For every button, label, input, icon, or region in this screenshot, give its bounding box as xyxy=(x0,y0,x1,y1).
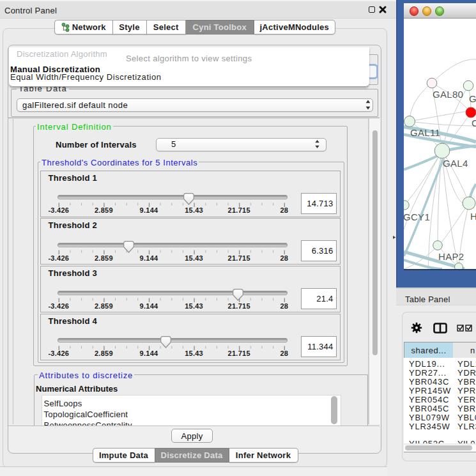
svg-text:G.: G. xyxy=(469,93,476,104)
svg-text:GAL11: GAL11 xyxy=(410,127,440,138)
svg-text:GCY1: GCY1 xyxy=(404,211,430,222)
svg-text:HAP2: HAP2 xyxy=(438,251,464,262)
svg-text:GAL4: GAL4 xyxy=(443,158,468,169)
svg-text:GAL80: GAL80 xyxy=(433,89,463,100)
svg-text:C: C xyxy=(472,118,476,128)
svg-text:H: H xyxy=(470,211,476,222)
